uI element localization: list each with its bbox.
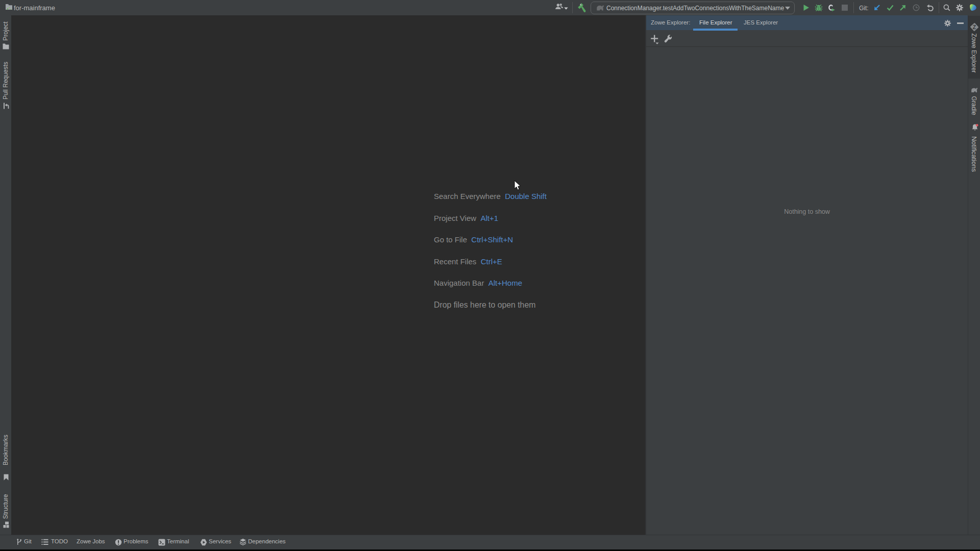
- svg-text:Z: Z: [973, 24, 976, 30]
